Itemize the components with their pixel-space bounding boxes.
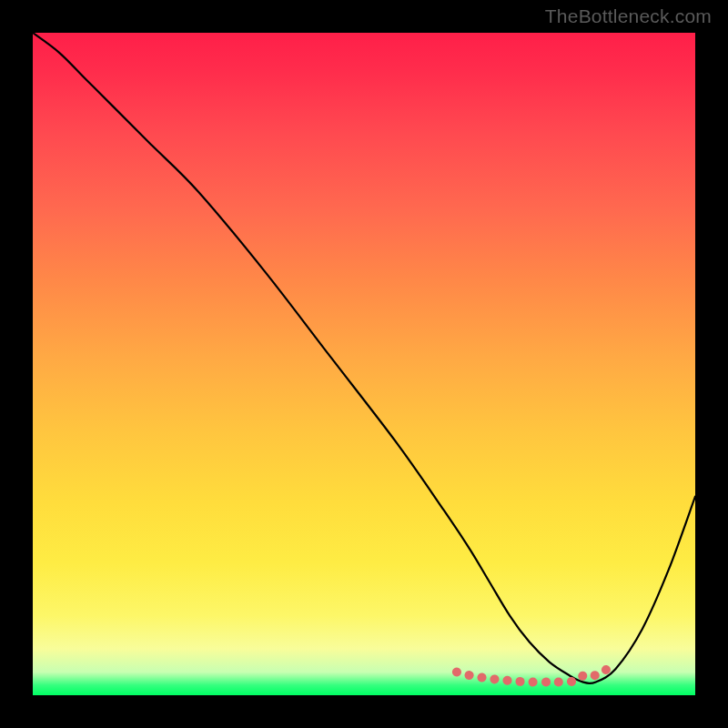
plot-area	[33, 33, 695, 695]
chart-container: TheBottleneck.com	[0, 0, 728, 728]
highlight-segment	[457, 667, 610, 682]
curve-svg	[33, 33, 695, 695]
watermark-label: TheBottleneck.com	[545, 5, 712, 27]
bottleneck-curve	[33, 33, 695, 683]
